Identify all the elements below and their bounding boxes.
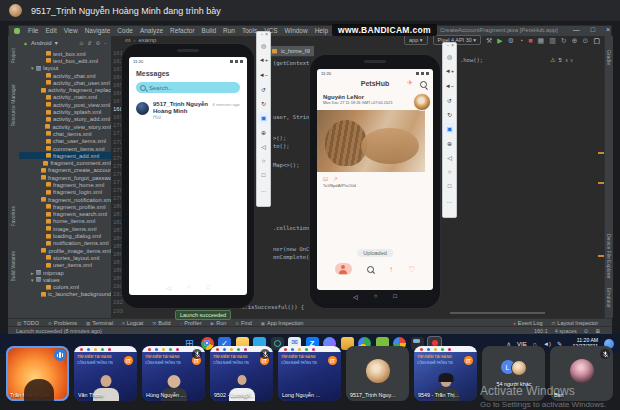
menu-item[interactable]: Help (315, 27, 328, 34)
nav-icon[interactable]: ◁ (353, 293, 358, 300)
tab-gradle[interactable]: Gradle (606, 50, 612, 65)
home-icon[interactable]: ○ (444, 167, 455, 178)
stop-icon[interactable]: ■ (528, 37, 532, 44)
tree-item[interactable]: user_items.xml (19, 262, 111, 269)
home-tab[interactable] (335, 263, 352, 275)
search-icon[interactable] (420, 81, 427, 88)
tree-item[interactable]: fragment_profile.xml (19, 203, 111, 210)
tree-item[interactable]: profile_image_items.xml (19, 247, 111, 254)
tree-item[interactable]: image_items.xml (19, 225, 111, 232)
participant-tile[interactable]: TÌM KIẾM TÀI NĂNG CÔNG NGHỆ THÔNG TIN IT (278, 346, 341, 401)
nav-icon[interactable]: ○ (187, 284, 191, 291)
menu-item[interactable]: Refactor (170, 27, 195, 34)
tree-item[interactable]: comment_items.xml (19, 145, 111, 152)
tree-item[interactable]: activity_splash.xml (19, 108, 111, 115)
tree-item[interactable]: ▾ values (19, 276, 111, 283)
tree-item[interactable]: fragment_forgot_passwor (19, 174, 111, 181)
prev-next-icons[interactable]: ∧ ∨ (565, 57, 574, 63)
post-photo[interactable] (317, 110, 425, 172)
zoom-icon[interactable]: ⊕ (444, 138, 455, 149)
tab-device-file-explorer[interactable]: Device File Explorer (606, 234, 612, 279)
tree-item[interactable]: text_box.xml (19, 50, 111, 57)
tree-item[interactable]: activity_fragment_replace (19, 86, 111, 93)
upload-tab[interactable]: ↑ (389, 265, 393, 274)
tree-item[interactable]: chat_items.xml (19, 130, 111, 137)
tree-item[interactable]: notification_items.xml (19, 240, 111, 247)
home-icon[interactable]: ○ (258, 156, 269, 167)
participant-tile[interactable]: TÌM KIẾM TÀI NĂNG CÔNG NGHỆ THÔNG TIN IT (414, 346, 477, 401)
editor-tab[interactable]: ic_home_fill (268, 46, 314, 57)
tree-item[interactable]: activity_post_view.xml (19, 101, 111, 108)
tab-resource-manager[interactable]: Resource Manager (10, 84, 16, 127)
project-header[interactable]: ▲ Android ▾ ⊙ ⇵ ⚙ − (19, 36, 111, 48)
window-control-icon[interactable]: — (573, 26, 580, 33)
screenshot-icon[interactable]: ▣ (444, 123, 455, 134)
nav-icon[interactable]: ◁ (166, 284, 171, 291)
menu-item[interactable]: Build (202, 27, 216, 34)
participant-tile[interactable]: TÌM KIẾM TÀI NĂNG CÔNG NGHỆ THÔNG TIN IT (142, 346, 205, 401)
tab-emulator[interactable]: Emulator (606, 288, 612, 308)
nav-icon[interactable]: □ (206, 284, 210, 291)
tree-item[interactable]: home_items.xml (19, 218, 111, 225)
tree-item[interactable]: fragment_notification.xml (19, 196, 111, 203)
window-control-icon[interactable]: × (606, 26, 610, 33)
tree-item[interactable]: stories_layout.xml (19, 254, 111, 261)
volume-up-icon[interactable]: ◄+ (258, 55, 269, 66)
build-icon[interactable]: ⚒ (486, 37, 492, 44)
tree-item[interactable]: activity_chat.xml (19, 72, 111, 79)
tree-item[interactable]: activity_view_story.xml (19, 123, 111, 130)
run-icon[interactable]: ▶ (497, 37, 502, 44)
search-everywhere-icon[interactable]: ⊙ (583, 37, 589, 44)
participant-tile[interactable]: TÌM KIẾM TÀI NĂNG CÔNG NGHỆ THÔNG TIN IT (210, 346, 273, 401)
tree-item[interactable]: colors.xml (19, 284, 111, 291)
more-icon[interactable]: … (444, 195, 455, 206)
minimize-icon[interactable]: − (261, 33, 264, 37)
search-input[interactable]: Search... (136, 82, 240, 93)
tree-item[interactable]: fragment_comment.xml (19, 159, 111, 166)
menu-item[interactable]: Window (285, 27, 308, 34)
tree-item[interactable]: fragment_login.xml (19, 189, 111, 196)
participant-tile[interactable]: TÌM KIẾM TÀI NĂNG CÔNG NGHỆ THÔNG TIN IT (6, 346, 69, 401)
settings-icon[interactable]: ⚙ (96, 40, 100, 46)
volume-down-icon[interactable]: ◄− (444, 80, 455, 91)
close-icon[interactable]: × (265, 33, 268, 37)
tree-item[interactable]: ▾ layout (19, 65, 111, 72)
rotate-right-icon[interactable]: ↻ (444, 109, 455, 120)
menu-item[interactable]: Code (117, 27, 133, 34)
more-icon[interactable]: … (258, 184, 269, 195)
favorites-tab[interactable]: ♡ (408, 265, 415, 274)
menu-item[interactable]: Run (223, 27, 235, 34)
close-icon[interactable]: × (451, 44, 454, 48)
profiler-icon[interactable]: ◔ (519, 37, 523, 44)
sync-icon[interactable]: ↻ (561, 37, 567, 44)
hide-icon[interactable]: − (104, 40, 107, 46)
volume-down-icon[interactable]: ◄− (258, 69, 269, 80)
menu-item[interactable]: Edit (45, 27, 56, 34)
rotate-right-icon[interactable]: ↻ (258, 98, 269, 109)
debug-icon[interactable]: ⚙ (508, 37, 514, 44)
overview-icon[interactable]: □ (444, 181, 455, 192)
tab-favorites[interactable]: Favorites (10, 206, 16, 227)
horizontal-scrollbar[interactable] (450, 312, 545, 314)
profile-avatar[interactable] (413, 93, 431, 111)
tree-item[interactable]: fragment_create_account (19, 167, 111, 174)
overview-icon[interactable]: □ (258, 170, 269, 181)
device-manager-icon[interactable]: ▦ (538, 37, 545, 44)
menu-item[interactable]: Navigate (85, 27, 111, 34)
screenshot-icon[interactable]: ▣ (258, 112, 269, 123)
tab-project[interactable]: Project (10, 48, 16, 64)
minimize-icon[interactable]: − (447, 44, 450, 48)
like-icon[interactable]: ⊡ (323, 175, 328, 182)
tab-build-variants[interactable]: Build Variants (10, 251, 16, 281)
tree-item[interactable]: activity_main.xml (19, 94, 111, 101)
tree-item[interactable]: text_box_edit.xml (19, 57, 111, 64)
tree-item[interactable]: fragment_search.xml (19, 211, 111, 218)
nav-icon[interactable]: ○ (374, 293, 378, 299)
attach-icon[interactable]: ⊕ (572, 37, 578, 44)
back-icon[interactable]: ◁ (444, 152, 455, 163)
participant-tile[interactable]: TÌM KIẾM TÀI NĂNG CÔNG NGHỆ THÔNG TIN IT (74, 346, 137, 401)
menu-item[interactable]: Tools (242, 27, 257, 34)
rotate-left-icon[interactable]: ↺ (444, 95, 455, 106)
tree-item[interactable]: chat_user_items.xml (19, 138, 111, 145)
menu-item[interactable]: View (64, 27, 78, 34)
